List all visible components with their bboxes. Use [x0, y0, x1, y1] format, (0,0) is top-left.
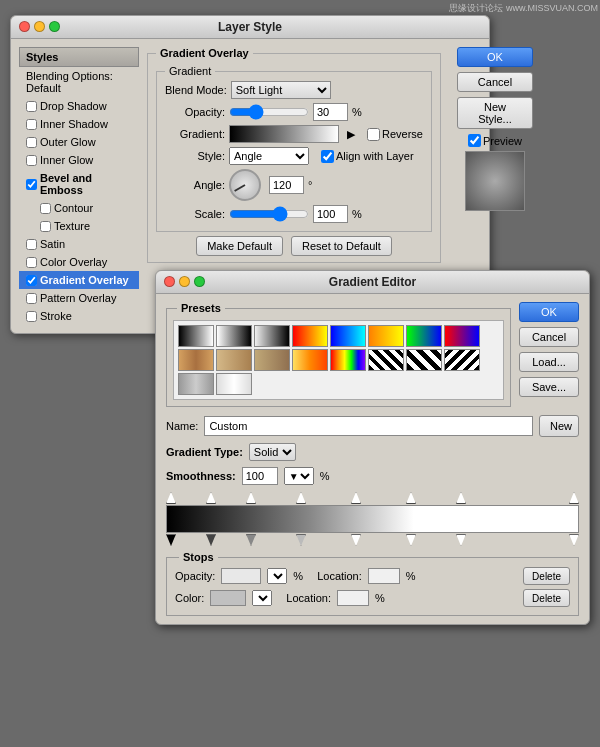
satin-checkbox[interactable]	[26, 239, 37, 250]
preset-11[interactable]	[254, 349, 290, 371]
opacity-location-input[interactable]	[368, 568, 400, 584]
top-stop-8[interactable]	[569, 492, 579, 504]
gradient-type-select[interactable]: Solid	[249, 443, 296, 461]
preset-7[interactable]	[406, 325, 442, 347]
drop-shadow-checkbox[interactable]	[26, 101, 37, 112]
sidebar-item-color-overlay[interactable]: Color Overlay	[19, 253, 139, 271]
color-delete-button[interactable]: Delete	[523, 589, 570, 607]
bevel-emboss-checkbox[interactable]	[26, 179, 37, 190]
sidebar-item-blending-options[interactable]: Blending Options: Default	[19, 67, 139, 97]
pattern-overlay-checkbox[interactable]	[26, 293, 37, 304]
top-stop-5[interactable]	[351, 492, 361, 504]
top-stop-7[interactable]	[456, 492, 466, 504]
cancel-button[interactable]: Cancel	[457, 72, 533, 92]
contour-checkbox[interactable]	[40, 203, 51, 214]
reset-button[interactable]: Reset to Default	[291, 236, 392, 256]
new-gradient-button[interactable]: New	[539, 415, 579, 437]
preset-1[interactable]	[178, 325, 214, 347]
name-input[interactable]	[204, 416, 533, 436]
sidebar-item-texture[interactable]: Texture	[19, 217, 139, 235]
sidebar-item-gradient-overlay[interactable]: Gradient Overlay	[19, 271, 139, 289]
color-overlay-checkbox[interactable]	[26, 257, 37, 268]
sidebar-item-pattern-overlay[interactable]: Pattern Overlay	[19, 289, 139, 307]
preset-16[interactable]	[444, 349, 480, 371]
opacity-value[interactable]	[313, 103, 348, 121]
top-stop-1[interactable]	[166, 492, 176, 504]
inner-glow-checkbox[interactable]	[26, 155, 37, 166]
preset-13[interactable]	[330, 349, 366, 371]
preset-18[interactable]	[216, 373, 252, 395]
color-swatch[interactable]	[210, 590, 246, 606]
bottom-stop-7[interactable]	[456, 534, 466, 546]
bottom-stop-2[interactable]	[206, 534, 216, 546]
preset-12[interactable]	[292, 349, 328, 371]
stroke-checkbox[interactable]	[26, 311, 37, 322]
top-stop-2[interactable]	[206, 492, 216, 504]
smoothness-dropdown[interactable]: ▼	[284, 467, 314, 485]
preset-5[interactable]	[330, 325, 366, 347]
color-dropdown[interactable]: ▼	[252, 590, 272, 606]
sidebar-item-outer-glow[interactable]: Outer Glow	[19, 133, 139, 151]
make-default-button[interactable]: Make Default	[196, 236, 283, 256]
preset-15[interactable]	[406, 349, 442, 371]
minimize-button[interactable]	[34, 21, 45, 32]
preset-8[interactable]	[444, 325, 480, 347]
sidebar-item-contour[interactable]: Contour	[19, 199, 139, 217]
smoothness-input[interactable]	[242, 467, 278, 485]
opacity-stop-dropdown[interactable]: ▼	[267, 568, 287, 584]
scale-slider[interactable]	[229, 206, 309, 222]
ge-close-button[interactable]	[164, 276, 175, 287]
sidebar-item-bevel-emboss[interactable]: Bevel and Emboss	[19, 169, 139, 199]
bottom-stop-6[interactable]	[406, 534, 416, 546]
ok-button[interactable]: OK	[457, 47, 533, 67]
preview-checkbox[interactable]	[468, 134, 481, 147]
sidebar-item-satin[interactable]: Satin	[19, 235, 139, 253]
opacity-slider[interactable]	[229, 104, 309, 120]
preset-10[interactable]	[216, 349, 252, 371]
bottom-stop-8[interactable]	[569, 534, 579, 546]
outer-glow-checkbox[interactable]	[26, 137, 37, 148]
bottom-stop-5[interactable]	[351, 534, 361, 546]
top-stop-6[interactable]	[406, 492, 416, 504]
sidebar-item-inner-shadow[interactable]: Inner Shadow	[19, 115, 139, 133]
texture-checkbox[interactable]	[40, 221, 51, 232]
preset-9[interactable]	[178, 349, 214, 371]
align-layer-checkbox[interactable]	[321, 150, 334, 163]
new-style-button[interactable]: New Style...	[457, 97, 533, 129]
inner-shadow-checkbox[interactable]	[26, 119, 37, 130]
sidebar-item-drop-shadow[interactable]: Drop Shadow	[19, 97, 139, 115]
ge-cancel-button[interactable]: Cancel	[519, 327, 579, 347]
scale-input[interactable]	[313, 205, 348, 223]
ge-minimize-button[interactable]	[179, 276, 190, 287]
gradient-preview[interactable]	[229, 125, 339, 143]
preset-14[interactable]	[368, 349, 404, 371]
color-location-input[interactable]	[337, 590, 369, 606]
ge-zoom-button[interactable]	[194, 276, 205, 287]
preset-3[interactable]	[254, 325, 290, 347]
gradient-overlay-checkbox[interactable]	[26, 275, 37, 286]
opacity-stop-input[interactable]	[221, 568, 261, 584]
preset-4[interactable]	[292, 325, 328, 347]
sidebar-item-stroke[interactable]: Stroke	[19, 307, 139, 325]
blend-mode-select[interactable]: Soft Light	[231, 81, 331, 99]
angle-input[interactable]	[269, 176, 304, 194]
bottom-stop-4[interactable]	[296, 534, 306, 546]
zoom-button[interactable]	[49, 21, 60, 32]
sidebar-item-inner-glow[interactable]: Inner Glow	[19, 151, 139, 169]
gradient-preview-bar[interactable]	[166, 505, 579, 533]
reverse-checkbox[interactable]	[367, 128, 380, 141]
top-stop-4[interactable]	[296, 492, 306, 504]
preset-17[interactable]	[178, 373, 214, 395]
top-stop-3[interactable]	[246, 492, 256, 504]
ge-load-button[interactable]: Load...	[519, 352, 579, 372]
angle-dial[interactable]	[229, 169, 261, 201]
preset-2[interactable]	[216, 325, 252, 347]
preset-6[interactable]	[368, 325, 404, 347]
style-select[interactable]: Angle	[229, 147, 309, 165]
ge-save-button[interactable]: Save...	[519, 377, 579, 397]
close-button[interactable]	[19, 21, 30, 32]
ge-ok-button[interactable]: OK	[519, 302, 579, 322]
bottom-stop-3[interactable]	[246, 534, 256, 546]
bottom-stop-1[interactable]	[166, 534, 176, 546]
opacity-delete-button[interactable]: Delete	[523, 567, 570, 585]
